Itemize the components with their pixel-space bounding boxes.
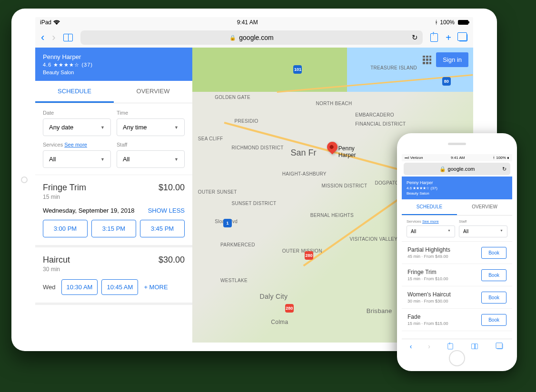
phone-share-icon[interactable] — [447, 343, 453, 349]
back-button[interactable]: ‹ — [41, 31, 44, 44]
service-duration: 30 min — [43, 266, 185, 273]
map-label: OUTER MISSION — [282, 248, 322, 254]
phone-staff-select[interactable]: All — [459, 225, 507, 237]
phone-url-bar[interactable]: 🔒 google.com ↻ — [404, 163, 510, 175]
phone-tab-schedule[interactable]: SCHEDULE — [402, 199, 457, 215]
map-label: OUTER SUNSET — [198, 189, 237, 195]
service-price: $10.00 — [159, 183, 185, 193]
services-select[interactable]: All — [43, 150, 111, 168]
phone-service-name: Fringe Trim — [407, 269, 448, 275]
battery-pct: 100% — [440, 19, 455, 26]
phone-status-bar: ••ıl Verizon 9:41 AM ᚼ 100% ▮ — [402, 154, 512, 161]
map-label: RICHMOND DISTRICT — [232, 145, 284, 150]
map-label: PARKMERCED — [220, 242, 255, 247]
phone-filters: Services See more All Staff All — [402, 216, 512, 242]
show-less-button[interactable]: SHOW LESS — [148, 207, 185, 214]
bluetooth-icon: ᚼ — [435, 19, 438, 26]
time-slot[interactable]: 10:30 AM — [61, 279, 98, 295]
phone-time: 9:41 AM — [451, 156, 465, 160]
pin-label: PennyHarper — [338, 145, 356, 159]
tab-schedule[interactable]: SCHEDULE — [35, 81, 114, 103]
phone-services-label: Services See more — [407, 219, 455, 224]
phone-home-button[interactable] — [449, 350, 465, 366]
phone-service-meta: 30 min · From $30.00 — [407, 299, 451, 304]
reload-icon[interactable]: ↻ — [502, 166, 506, 172]
sign-in-button[interactable]: Sign in — [436, 52, 468, 67]
service-item: Haircut $30.00 30 min Wed 10:30 AM 10:45… — [35, 247, 192, 305]
availability-date: Wednesday, September 19, 2018 — [43, 207, 134, 214]
route-shield: 80 — [442, 77, 451, 86]
phone-services-select[interactable]: All — [407, 225, 455, 237]
ipad-status-bar: iPad 9:41 AM ᚼ 100% — [35, 17, 473, 28]
book-button[interactable]: Book — [481, 269, 506, 281]
bookmarks-icon[interactable] — [63, 34, 73, 41]
map-label: HAIGHT-ASHBURY — [282, 171, 327, 176]
map-label: BERNAL HEIGHTS — [310, 213, 354, 218]
phone-tab-overview[interactable]: OVERVIEW — [457, 199, 512, 215]
map-label: SEA CLIFF — [198, 136, 223, 141]
more-slots-button[interactable]: + MORE — [142, 280, 169, 294]
carrier-label: ••ıl Verizon — [405, 156, 423, 160]
day-label: Wed — [43, 284, 56, 291]
phone-service-meta: 15 min · From $10.00 — [407, 276, 448, 281]
time-slot[interactable]: 10:45 AM — [101, 279, 138, 295]
phone-forward-icon[interactable]: › — [428, 343, 430, 350]
reload-icon[interactable]: ↻ — [412, 33, 418, 42]
phone-tabs-icon[interactable] — [497, 343, 503, 349]
phone-business-category: Beauty Salon — [407, 191, 507, 196]
phone-battery: ᚼ 100% ▮ — [493, 156, 509, 160]
device-label: iPad — [40, 19, 51, 26]
business-category: Beauty Salon — [43, 69, 185, 75]
business-rating: 4.6 ★★★★☆ (37) — [43, 62, 185, 68]
service-name: Fringe Trim — [43, 183, 86, 193]
date-label: Date — [43, 110, 111, 116]
phone-service-name: Women's Haircut — [407, 291, 451, 298]
phone-business-name: Penny Harper — [407, 180, 507, 185]
service-name: Haircut — [43, 255, 70, 265]
url-bar[interactable]: 🔒 google.com ↻ — [80, 30, 423, 45]
apps-grid-icon[interactable] — [423, 56, 431, 64]
phone-service-meta: 15 min · From $15.00 — [407, 321, 448, 326]
phone-service-item: Fade15 min · From $15.00 Book — [402, 309, 512, 331]
map-label: TREASURE ISLAND — [370, 65, 417, 70]
service-price: $30.00 — [159, 255, 185, 265]
route-shield: 1 — [223, 219, 232, 227]
city-label: San Fr — [291, 148, 317, 158]
filters-section: Date Any date Time Any time Services See… — [35, 103, 192, 175]
phone-url-text: google.com — [448, 166, 475, 172]
map-label: SUNSET DISTRICT — [232, 201, 277, 206]
date-select[interactable]: Any date — [43, 118, 111, 136]
phone-service-item: Partial Highlights45 min · From $49.00 B… — [402, 242, 512, 264]
time-slot[interactable]: 3:45 PM — [140, 220, 185, 237]
book-button[interactable]: Book — [481, 314, 506, 326]
phone-screen: ••ıl Verizon 9:41 AM ᚼ 100% ▮ 🔒 google.c… — [402, 154, 512, 353]
map-label: PRESIDIO — [235, 118, 258, 124]
phone-speaker — [448, 143, 466, 145]
phone-see-more-link[interactable]: See more — [422, 219, 439, 224]
phone-staff-label: Staff — [459, 219, 507, 224]
tab-overview[interactable]: OVERVIEW — [114, 81, 192, 103]
staff-select[interactable]: All — [117, 150, 185, 168]
phone-bookmarks-icon[interactable] — [471, 343, 478, 349]
time-label: Time — [117, 110, 185, 116]
share-icon[interactable] — [430, 33, 438, 42]
phone-back-icon[interactable]: ‹ — [410, 343, 412, 350]
map-label: VISITACION VALLEY — [349, 236, 397, 242]
phone-tabs: SCHEDULE OVERVIEW — [402, 199, 512, 216]
time-slot[interactable]: 3:15 PM — [91, 220, 136, 237]
see-more-link[interactable]: See more — [64, 142, 87, 147]
book-button[interactable]: Book — [481, 247, 506, 259]
book-button[interactable]: Book — [481, 292, 506, 304]
map-label: Daly City — [260, 293, 288, 300]
service-item: Fringe Trim $10.00 15 min Wednesday, Sep… — [35, 175, 192, 247]
phone-service-name: Partial Highlights — [407, 246, 450, 253]
map-label: EMBARCADERO — [355, 112, 394, 118]
service-duration: 15 min — [43, 194, 185, 200]
time-slot[interactable]: 3:00 PM — [43, 220, 88, 237]
new-tab-button[interactable]: + — [446, 32, 451, 43]
time-select[interactable]: Any time — [117, 118, 185, 136]
tabs-icon[interactable] — [459, 34, 467, 41]
forward-button[interactable]: › — [52, 31, 55, 44]
ipad-home-button[interactable] — [21, 176, 28, 183]
business-name: Penny Harper — [43, 53, 185, 60]
